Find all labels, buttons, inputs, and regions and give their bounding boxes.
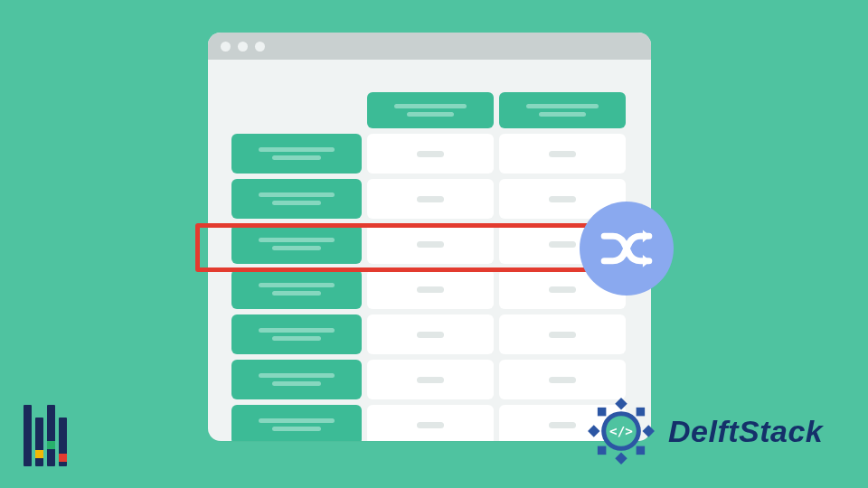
table-cell bbox=[367, 314, 494, 354]
table-cell bbox=[499, 314, 626, 354]
table-row bbox=[231, 314, 626, 354]
table-cell bbox=[367, 224, 494, 264]
table-row bbox=[231, 224, 626, 264]
window-titlebar bbox=[208, 33, 651, 60]
brand-name: DelftStack bbox=[668, 414, 823, 449]
table-cell bbox=[367, 405, 494, 441]
table-row bbox=[231, 405, 626, 441]
row-header bbox=[231, 360, 362, 399]
svg-marker-1 bbox=[615, 453, 627, 465]
table-cell bbox=[367, 269, 494, 309]
window-control-dot bbox=[238, 42, 248, 52]
code-medallion-icon: </> bbox=[583, 393, 659, 469]
table-cell bbox=[499, 134, 626, 174]
row-header bbox=[231, 134, 362, 174]
table-cell bbox=[367, 134, 494, 174]
row-header bbox=[231, 224, 362, 264]
table-row bbox=[231, 360, 626, 399]
row-header bbox=[231, 179, 362, 219]
svg-marker-0 bbox=[615, 398, 627, 409]
table-row bbox=[231, 269, 626, 309]
column-header bbox=[367, 92, 494, 128]
table-row bbox=[231, 179, 626, 219]
shuffle-icon bbox=[580, 202, 674, 296]
svg-text:</>: </> bbox=[609, 424, 633, 438]
delftstack-brand: </> DelftStack bbox=[583, 393, 823, 469]
column-headers bbox=[367, 92, 626, 128]
svg-marker-3 bbox=[643, 425, 655, 436]
table-cell bbox=[367, 179, 494, 219]
row-header bbox=[231, 269, 362, 309]
row-header bbox=[231, 314, 362, 354]
column-header bbox=[499, 92, 626, 128]
table-row bbox=[231, 134, 626, 174]
svg-marker-2 bbox=[588, 425, 599, 436]
table-body bbox=[231, 134, 626, 441]
window-control-dot bbox=[221, 42, 231, 52]
window-control-dot bbox=[255, 42, 265, 52]
pandas-bars-logo-icon bbox=[24, 405, 94, 470]
table-cell bbox=[367, 360, 494, 399]
row-header bbox=[231, 405, 362, 441]
